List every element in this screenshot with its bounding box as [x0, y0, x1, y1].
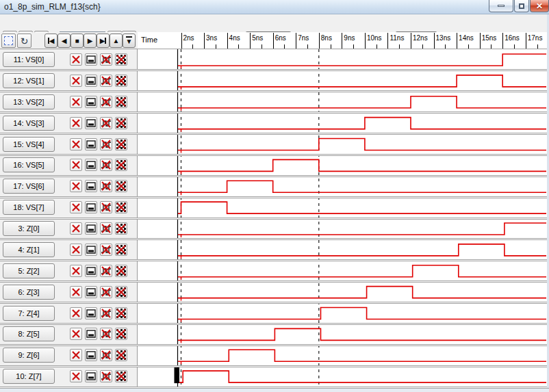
move-up-button[interactable]: ▲	[110, 34, 123, 48]
pattern-view-disabled-button[interactable]	[115, 53, 127, 66]
pattern-view-disabled-button[interactable]	[115, 180, 127, 192]
time-ruler[interactable]: Time 2ns3ns4ns5ns6ns7ns8ns9ns10ns11ns12n…	[138, 32, 548, 49]
signal-name-button[interactable]: 13: VS[2]	[3, 94, 55, 109]
pattern-view-disabled-button[interactable]	[115, 222, 127, 235]
wave-view-disabled-button[interactable]	[100, 222, 112, 235]
display-mode-button[interactable]	[85, 117, 97, 129]
delete-signal-button[interactable]	[70, 328, 82, 340]
delete-signal-button[interactable]	[70, 75, 82, 87]
titlebar[interactable]: o1_8p_sim_RLM_f13{sch} ✕	[0, 0, 549, 14]
pattern-view-disabled-button[interactable]	[115, 159, 127, 171]
signal-name-button[interactable]: 3: Z[0]	[3, 221, 55, 236]
signal-name-button[interactable]: 9: Z[6]	[3, 348, 55, 363]
pattern-view-disabled-button[interactable]	[115, 286, 127, 298]
pattern-view-disabled-button[interactable]	[115, 265, 127, 277]
wave-view-disabled-button[interactable]	[100, 117, 112, 129]
tick-label: 4ns	[229, 34, 240, 42]
display-mode-button[interactable]	[85, 286, 97, 298]
signal-name-button[interactable]: 15: VS[4]	[3, 137, 55, 152]
display-mode-button[interactable]	[85, 53, 97, 66]
pattern-view-disabled-button[interactable]	[115, 349, 127, 361]
display-mode-button[interactable]	[85, 75, 97, 87]
pattern-view-disabled-button[interactable]	[115, 201, 127, 213]
signal-name-button[interactable]: 11: VS[0]	[3, 52, 55, 67]
pattern-view-disabled-button[interactable]	[115, 138, 127, 151]
delete-signal-button[interactable]	[70, 138, 82, 151]
signal-name-button[interactable]: 4: Z[1]	[3, 242, 55, 257]
display-mode-button[interactable]	[85, 349, 97, 361]
display-mode-button[interactable]	[85, 96, 97, 108]
pattern-crossed-icon	[116, 265, 127, 276]
display-mode-button[interactable]	[85, 244, 97, 256]
wave-view-disabled-button[interactable]	[100, 370, 112, 382]
wave-view-disabled-button[interactable]	[100, 53, 112, 66]
display-mode-button[interactable]	[85, 307, 97, 319]
tick-label: 6ns	[275, 34, 286, 42]
signal-name-button[interactable]: 5: Z[2]	[3, 263, 55, 278]
skip-to-start-button[interactable]: ◀	[44, 34, 58, 48]
delete-signal-button[interactable]	[70, 117, 82, 129]
delete-signal-button[interactable]	[70, 265, 82, 277]
display-mode-button[interactable]	[85, 370, 97, 382]
wave-view-disabled-button[interactable]	[100, 180, 112, 192]
pattern-view-disabled-button[interactable]	[115, 244, 127, 256]
pattern-view-disabled-button[interactable]	[115, 328, 127, 340]
delete-signal-button[interactable]	[70, 349, 82, 361]
wave-view-disabled-button[interactable]	[100, 244, 112, 256]
signal-name-button[interactable]: 7: Z[4]	[3, 306, 55, 321]
delete-signal-button[interactable]	[70, 201, 82, 213]
display-mode-button[interactable]	[85, 159, 97, 171]
selection-caret[interactable]	[175, 367, 180, 383]
skip-to-end-button[interactable]: ▶	[97, 34, 110, 48]
delete-signal-button[interactable]	[70, 244, 82, 256]
select-region-button[interactable]	[1, 34, 16, 48]
refresh-button[interactable]: ↻	[17, 34, 31, 48]
delete-signal-button[interactable]	[70, 286, 82, 298]
wave-view-disabled-button[interactable]	[100, 349, 112, 361]
delete-signal-button[interactable]	[70, 180, 82, 192]
wave-view-disabled-button[interactable]	[100, 159, 112, 171]
wave-view-disabled-button[interactable]	[100, 138, 112, 151]
display-mode-button[interactable]	[85, 201, 97, 213]
wave-view-disabled-button[interactable]	[100, 96, 112, 108]
signal-name-button[interactable]: 16: VS[5]	[3, 157, 55, 172]
signal-name-button[interactable]: 18: VS[7]	[3, 200, 55, 215]
delete-signal-button[interactable]	[70, 53, 82, 66]
pattern-view-disabled-button[interactable]	[115, 370, 127, 382]
pattern-crossed-icon	[116, 54, 127, 65]
minimize-button[interactable]	[489, 0, 513, 12]
pattern-view-disabled-button[interactable]	[115, 96, 127, 108]
wave-view-disabled-button[interactable]	[100, 201, 112, 213]
wave-view-disabled-button[interactable]	[100, 286, 112, 298]
signal-name-button[interactable]: 8: Z[5]	[3, 326, 55, 341]
play-button[interactable]: ▶	[84, 34, 97, 48]
wave-view-disabled-button[interactable]	[100, 328, 112, 340]
wave-view-disabled-button[interactable]	[100, 265, 112, 277]
pattern-view-disabled-button[interactable]	[115, 75, 127, 87]
delete-signal-button[interactable]	[70, 370, 82, 382]
display-mode-button[interactable]	[85, 328, 97, 340]
step-back-button[interactable]: ◀	[58, 34, 71, 48]
delete-signal-button[interactable]	[70, 96, 82, 108]
wave-view-disabled-button[interactable]	[100, 75, 112, 87]
maximize-button[interactable]	[514, 0, 529, 12]
display-mode-button[interactable]	[85, 138, 97, 151]
delete-signal-button[interactable]	[70, 222, 82, 235]
wave-view-disabled-button[interactable]	[100, 307, 112, 319]
signal-name-button[interactable]: 6: Z[3]	[3, 285, 55, 300]
signal-name-button[interactable]: 14: VS[3]	[3, 116, 55, 131]
signal-row: 11: VS[0]	[0, 49, 137, 70]
move-down-button[interactable]: ▼	[123, 34, 136, 48]
delete-signal-button[interactable]	[70, 159, 82, 171]
pattern-view-disabled-button[interactable]	[115, 117, 127, 129]
signal-name-button[interactable]: 12: VS[1]	[3, 73, 55, 88]
delete-signal-button[interactable]	[70, 307, 82, 319]
pattern-view-disabled-button[interactable]	[115, 307, 127, 319]
close-button[interactable]: ✕	[530, 0, 549, 12]
display-mode-button[interactable]	[85, 265, 97, 277]
signal-name-button[interactable]: 10: Z[7]	[3, 369, 55, 384]
stop-button[interactable]: ■	[71, 34, 84, 48]
display-mode-button[interactable]	[85, 180, 97, 192]
signal-name-button[interactable]: 17: VS[6]	[3, 179, 55, 194]
display-mode-button[interactable]	[85, 222, 97, 235]
